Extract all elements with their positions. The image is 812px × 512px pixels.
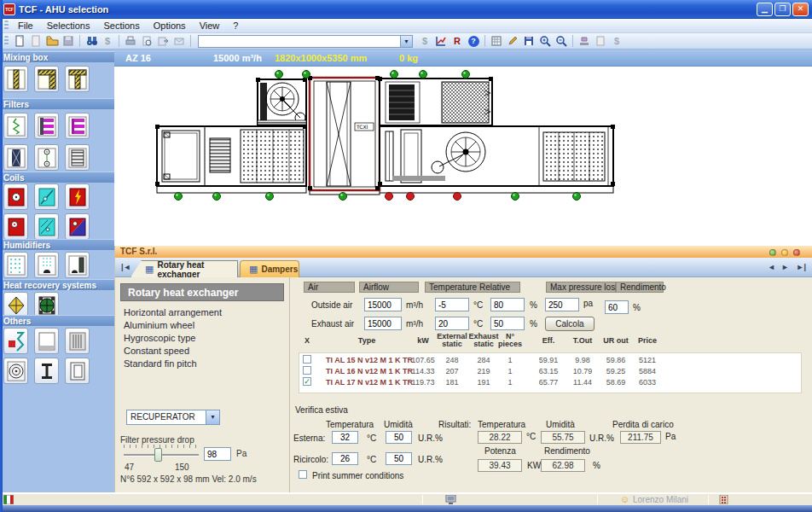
metal-filter-icon[interactable] [3,144,28,171]
access-door-icon[interactable] [65,358,90,384]
bag-filter-icon[interactable] [34,113,59,139]
panel-yellow-dot[interactable] [781,249,788,256]
attenuator-icon[interactable] [3,328,28,354]
grille-icon[interactable] [65,328,90,354]
th-type: Type [358,337,375,345]
minimize-button[interactable]: ▁ [757,3,773,16]
pencil-icon[interactable] [505,34,520,48]
panel-green-dot[interactable] [769,249,776,256]
menu-view[interactable]: View [193,20,227,32]
close-button[interactable]: ✕ [792,3,809,16]
new-page-icon[interactable] [28,34,44,48]
damper-corner-icon[interactable] [34,66,59,92]
result-row-checkbox-1[interactable] [303,366,311,375]
print-summer-checkbox[interactable] [299,470,307,479]
roll-filter-icon[interactable] [34,144,59,171]
structure-beam-icon[interactable] [34,358,59,384]
unit-label: m³/h [406,319,423,329]
slider-thumb[interactable] [154,448,162,462]
red-markers [386,193,461,201]
save-drawing-icon[interactable] [521,34,536,48]
ahu-drawing-canvas[interactable]: TCXI [114,67,812,246]
result-row-checkbox-2[interactable] [303,377,311,386]
tab-last-button[interactable]: ►| [797,263,806,271]
print-icon[interactable] [123,34,138,48]
carbon-filter-icon[interactable] [65,144,90,171]
menu-selections[interactable]: Selections [40,20,97,32]
menu-file[interactable]: File [11,20,40,32]
esterna-temp-input[interactable] [332,431,358,444]
window-title: TCF - AHU selection [19,4,108,15]
tab-next-button[interactable]: ► [781,263,789,271]
cooling-coil-icon[interactable] [34,183,59,210]
chevron-down-icon[interactable]: ▼ [206,410,219,424]
outside-temp-input[interactable] [435,298,469,311]
exhaust-temp-input[interactable] [435,317,469,330]
help-icon[interactable]: ? [466,34,481,48]
max-pressure-input[interactable] [545,298,579,311]
combobox-arrow-icon[interactable]: ▼ [400,36,412,47]
tab-dampers[interactable]: ▦ Dampers [240,260,299,277]
steam-humidifier-icon[interactable] [65,252,90,278]
exhaust-rh-input[interactable] [490,317,525,330]
zoom-in-icon[interactable] [537,34,553,48]
print-preview-icon[interactable] [139,34,154,48]
tab-first-button[interactable]: |◄ [121,263,130,271]
damper-vertical-icon[interactable] [3,66,28,92]
dollar-icon[interactable]: $ [100,34,115,48]
outside-rh-input[interactable] [490,298,525,311]
status-bar: ☺ Lorenzo Milani [0,492,812,505]
filter-pressure-input[interactable] [204,447,231,461]
language-flag-icon [3,495,14,504]
calcola-button[interactable]: Calcola [545,317,594,331]
stamp-icon[interactable] [577,34,592,48]
th-n-pieces: N°pieces [498,333,522,348]
toolbar: $ ▼ $ R ? $ [0,33,812,49]
export-icon[interactable] [155,34,171,48]
electric-coil-icon[interactable] [65,183,90,210]
price-icon[interactable]: $ [609,34,624,48]
save-icon[interactable] [61,34,76,48]
empty-section-icon[interactable] [34,328,59,354]
dx-coil-icon[interactable] [34,213,59,240]
fan-icon[interactable] [3,358,28,384]
grid-icon[interactable] [489,34,504,48]
rendimento-input[interactable] [605,300,629,314]
zoom-out-icon[interactable] [554,34,569,48]
ricircolo-umid-input[interactable] [386,452,412,465]
drip-humidifier-icon[interactable] [34,252,59,278]
menu-sections[interactable]: Sections [97,20,147,32]
tab-prev-button[interactable]: ◄ [768,263,775,271]
open-folder-icon[interactable] [44,34,60,48]
doc-icon[interactable] [593,34,608,48]
new-file-icon[interactable] [12,34,27,48]
unit-label: m³/h [406,300,423,310]
unit-label: °C [473,300,483,310]
tab-rotary-heat-exchanger[interactable]: ▦ Rotary heat exchanger [130,260,238,277]
hot-water-coil-icon[interactable] [3,183,28,210]
menu-help[interactable]: ? [226,20,245,32]
esterna-umid-input[interactable] [386,431,412,444]
damper-tee-icon[interactable] [65,66,90,92]
ricircolo-temp-input[interactable] [332,452,358,465]
dollar2-icon[interactable]: $ [417,34,432,48]
unit-label: % [633,303,641,312]
recuperator-select[interactable]: RECUPERATOR ▼ [126,410,220,425]
search-binoculars-icon[interactable] [84,34,99,48]
menu-options[interactable]: Options [147,20,193,32]
chart-icon[interactable] [433,34,449,48]
mail-icon[interactable] [171,34,187,48]
unit-combobox[interactable]: ▼ [198,35,413,48]
bag-filter-long-icon[interactable] [65,113,90,139]
recalc-r-icon[interactable]: R [450,34,465,48]
reverse-coil-icon[interactable] [65,213,90,240]
exhaust-filter-section [378,77,493,125]
exhaust-airflow-input[interactable] [364,317,402,330]
spray-humidifier-icon[interactable] [3,252,28,278]
result-row-checkbox-0[interactable] [303,355,311,364]
steam-coil-icon[interactable] [3,213,28,240]
outside-airflow-input[interactable] [364,298,402,311]
restore-button[interactable]: ❐ [774,3,791,16]
panel-red-dot[interactable] [793,249,800,256]
flat-filter-icon[interactable] [3,113,28,139]
